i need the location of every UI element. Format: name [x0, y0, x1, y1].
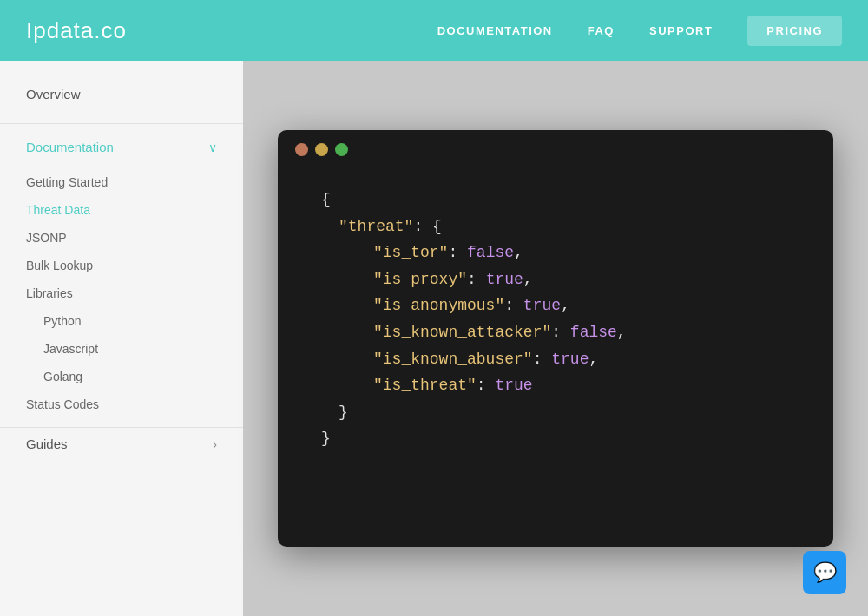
- chevron-right-icon: ›: [213, 437, 217, 451]
- documentation-label: Documentation: [26, 140, 114, 154]
- sidebar-item-python[interactable]: Python: [0, 307, 243, 335]
- is-tor-key: "is_tor": [373, 244, 448, 261]
- nav-pricing[interactable]: PRICING: [747, 16, 842, 46]
- sidebar: Overview Documentation ∨ Getting Started…: [0, 61, 243, 616]
- main-nav: DOCUMENTATION FAQ SUPPORT PRICING: [437, 16, 842, 46]
- sidebar-item-javascript[interactable]: Javascript: [0, 335, 243, 363]
- code-block: { "threat": { "is_tor": false, "is_proxy…: [278, 169, 833, 469]
- is-anonymous-value: true: [523, 297, 561, 314]
- is-known-abuser-key: "is_known_abuser": [373, 351, 533, 368]
- is-anonymous-key: "is_anonymous": [373, 297, 504, 314]
- sidebar-divider-2: [0, 427, 243, 428]
- overview-link[interactable]: Overview: [0, 87, 243, 115]
- chat-icon: 💬: [813, 561, 837, 584]
- guides-label: Guides: [26, 436, 68, 451]
- sidebar-item-status-codes[interactable]: Status Codes: [0, 390, 243, 418]
- is-threat-key: "is_threat": [373, 377, 477, 394]
- terminal-window: { "threat": { "is_tor": false, "is_proxy…: [278, 130, 833, 547]
- sidebar-item-threat-data[interactable]: Threat Data: [0, 196, 243, 224]
- is-known-attacker-key: "is_known_attacker": [373, 324, 551, 341]
- documentation-section-header[interactable]: Documentation ∨: [0, 133, 243, 168]
- terminal-header: [278, 130, 833, 169]
- is-tor-value: false: [467, 244, 514, 261]
- sidebar-item-getting-started[interactable]: Getting Started: [0, 168, 243, 196]
- terminal-dot-red: [295, 143, 308, 156]
- header: Ipdata.co DOCUMENTATION FAQ SUPPORT PRIC…: [0, 0, 868, 61]
- main-layout: Overview Documentation ∨ Getting Started…: [0, 61, 868, 616]
- is-known-attacker-value: false: [570, 324, 617, 341]
- is-proxy-key: "is_proxy": [373, 271, 467, 288]
- is-threat-value: true: [495, 377, 532, 394]
- chevron-down-icon: ∨: [208, 141, 217, 154]
- nav-documentation[interactable]: DOCUMENTATION: [437, 24, 553, 37]
- guides-section[interactable]: Guides ›: [0, 436, 243, 451]
- logo: Ipdata.co: [26, 17, 437, 44]
- nav-faq[interactable]: FAQ: [588, 24, 615, 37]
- open-brace: {: [321, 191, 331, 208]
- content-area: { "threat": { "is_tor": false, "is_proxy…: [243, 61, 868, 616]
- is-known-abuser-value: true: [551, 351, 589, 368]
- nav-support[interactable]: SUPPORT: [649, 24, 713, 37]
- threat-key: "threat": [339, 218, 413, 235]
- chat-button[interactable]: 💬: [803, 551, 846, 594]
- sidebar-item-golang[interactable]: Golang: [0, 363, 243, 390]
- terminal-dot-yellow: [315, 143, 328, 156]
- sidebar-item-jsonp[interactable]: JSONP: [0, 224, 243, 252]
- sidebar-item-libraries[interactable]: Libraries: [0, 279, 243, 307]
- sidebar-divider-1: [0, 123, 243, 124]
- is-proxy-value: true: [486, 271, 523, 288]
- terminal-dot-green: [335, 143, 348, 156]
- sidebar-item-bulk-lookup[interactable]: Bulk Lookup: [0, 252, 243, 279]
